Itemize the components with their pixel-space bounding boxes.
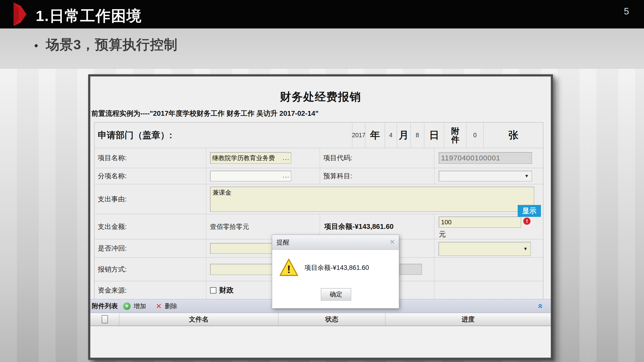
warning-triangle-icon: ! <box>279 258 299 278</box>
project-name-label: 项目名称: <box>94 153 127 163</box>
project-code-input: 11970400100001 <box>439 152 532 164</box>
column-filename[interactable]: 文件名 <box>119 313 278 326</box>
close-icon[interactable]: ✕ <box>390 238 395 246</box>
page-number: 5 <box>624 6 629 17</box>
chevron-down-icon: ▼ <box>524 174 529 179</box>
project-name-picker-icon[interactable]: ··· <box>282 156 290 163</box>
attachment-count: 0 <box>473 132 477 139</box>
apply-dept-label: 申请部门（盖章）: <box>94 129 172 141</box>
column-status[interactable]: 状态 <box>278 313 385 326</box>
attachment-list-title: 附件列表 <box>92 302 118 310</box>
form-title: 财务处经费报销 <box>90 89 551 104</box>
amount-unit: 元 <box>439 230 446 239</box>
form-row-dept-date: 申请部门（盖章）: 2017 年 4 月 8 日 附件 0 张 <box>94 123 543 148</box>
title-bar: 1.日常工作困境 5 <box>0 0 644 28</box>
collapse-up-icon[interactable]: « <box>536 304 545 309</box>
chevron-down-icon: ▼ <box>523 246 528 252</box>
slide-title: 1.日常工作困境 <box>36 6 142 26</box>
subitem-picker-icon[interactable]: ··· <box>282 173 290 181</box>
month-unit: 月 <box>399 129 409 142</box>
day-value: 8 <box>416 132 419 139</box>
dialog-message: 项目余额-¥143,861.60 <box>304 263 369 272</box>
bullet-icon: • <box>34 42 40 49</box>
amount-value: 100 <box>441 218 451 226</box>
attachment-table-body <box>90 326 551 358</box>
add-icon[interactable]: + <box>123 302 131 310</box>
delete-button[interactable]: 删除 <box>165 302 177 310</box>
subitem-input[interactable]: ··· <box>210 171 291 181</box>
slide: 1.日常工作困境 5 • 场景3，预算执行控制 财务处经费报销 前置流程实例为-… <box>0 0 644 362</box>
amount-label: 支出金额: <box>94 222 127 231</box>
fund-source-label: 资金来源: <box>94 286 127 295</box>
select-all-checkbox[interactable] <box>102 315 108 323</box>
subitem-label: 分项名称: <box>94 172 127 181</box>
subtitle-text: 场景3，预算执行控制 <box>46 36 178 54</box>
dialog-title: 提醒 <box>276 238 290 247</box>
add-button[interactable]: 增加 <box>134 302 146 310</box>
form-row-reason: 支出事由: 兼课金 <box>94 184 543 214</box>
project-name-value: 继教院学历教育业务费 <box>212 154 275 162</box>
budget-subject-dropdown[interactable]: ▼ <box>439 171 532 181</box>
month-value: 4 <box>389 132 393 139</box>
form-row-project: 项目名称: 继教院学历教育业务费 ··· 项目代码: 1197040010000… <box>94 148 543 168</box>
attachment-label: 附件 <box>450 127 460 144</box>
error-badge-icon: ! <box>523 217 530 225</box>
pre-process-note: 前置流程实例为----"2017年度学校财务工作 财务工作 吴访升 2017-0… <box>91 109 318 118</box>
alert-dialog: 提醒 ✕ ! 项目余额-¥143,861.60 确定 <box>272 235 399 309</box>
budget-subject-label: 预算科目: <box>320 172 352 181</box>
attachment-table-header: 文件名 状态 进度 <box>90 313 551 326</box>
reason-label: 支出事由: <box>94 195 127 204</box>
reason-textarea[interactable]: 兼课金 <box>210 187 534 212</box>
project-name-input[interactable]: 继教院学历教育业务费 ··· <box>210 152 291 164</box>
amount-in-words: 壹佰零拾零元 <box>206 222 249 231</box>
amount-input[interactable]: 100 <box>439 216 521 228</box>
project-code-value: 11970400100001 <box>441 154 500 162</box>
year-unit: 年 <box>370 129 380 142</box>
project-code-label: 项目代码: <box>320 153 352 163</box>
attachment-unit: 张 <box>508 129 518 142</box>
dialog-title-bar[interactable]: 提醒 ✕ <box>272 235 399 250</box>
delete-icon[interactable]: ✕ <box>156 302 162 310</box>
fund-source-checkbox[interactable] <box>210 287 216 294</box>
subtitle-band: • 场景3，预算执行控制 <box>0 28 644 68</box>
svg-text:!: ! <box>287 263 291 275</box>
project-balance-text: 项目余额-¥143,861.60 <box>320 222 394 231</box>
reverse-label: 是否冲回: <box>94 244 127 253</box>
show-button[interactable]: 显示 <box>518 205 541 217</box>
day-unit: 日 <box>429 129 439 142</box>
form-row-subitem: 分项名称: ··· 预算科目: ▼ <box>94 168 543 184</box>
column-progress[interactable]: 进度 <box>385 313 551 326</box>
ok-button[interactable]: 确定 <box>321 288 351 301</box>
year-value: 2017 <box>352 132 366 139</box>
fund-source-option: 财政 <box>219 285 234 295</box>
app-screenshot: 财务处经费报销 前置流程实例为----"2017年度学校财务工作 财务工作 吴访… <box>88 74 553 360</box>
reverse-dropdown[interactable]: ▼ <box>438 242 531 256</box>
reimburse-label: 报销方式: <box>94 265 127 274</box>
